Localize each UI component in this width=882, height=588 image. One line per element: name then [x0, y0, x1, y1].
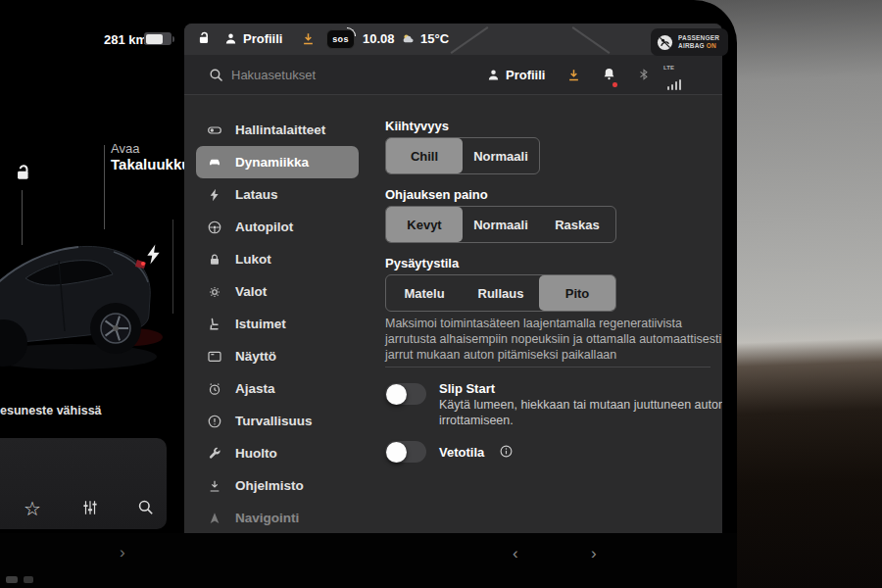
sidebar-label: Istuimet: [235, 317, 286, 331]
wrench-icon: [207, 446, 222, 462]
profile-button[interactable]: Profiili: [243, 31, 282, 46]
favorites-star-icon[interactable]: ☆: [24, 497, 41, 520]
sidebar-item-lataus[interactable]: Lataus: [196, 178, 359, 211]
option-matelu[interactable]: Matelu: [386, 275, 463, 311]
option-pito[interactable]: Pito: [539, 275, 615, 311]
toggle-knob: [386, 442, 407, 463]
open-trunk-button[interactable]: Avaa Takaluukku: [111, 141, 190, 172]
notification-dot: [612, 82, 617, 87]
traction-mode-toggle[interactable]: [385, 441, 426, 463]
car-rendering: [0, 227, 169, 374]
bluetooth-icon[interactable]: [637, 67, 651, 82]
trunk-action-word1: Avaa: [111, 141, 190, 156]
airbag-state: ON: [707, 42, 716, 49]
alert-circle-icon: [207, 414, 222, 429]
acceleration-segmented-control: Chill Normaali: [385, 137, 540, 174]
battery-icon: [144, 32, 172, 45]
leader-line-chargeport: [172, 220, 173, 314]
airbag-icon: [657, 34, 673, 51]
unlock-status-icon[interactable]: [196, 30, 213, 47]
sidebar-item-ajasta[interactable]: Ajasta: [196, 372, 359, 405]
unlock-icon[interactable]: [13, 163, 34, 184]
sidebar-label: Lukot: [235, 252, 271, 267]
status-glyph: [6, 576, 18, 583]
panel-status-bar: Profiili sos 10.08 15°C: [184, 24, 722, 55]
sidebar-item-dynamiikka[interactable]: Dynamiikka: [196, 146, 359, 178]
sidebar-label: Huolto: [235, 446, 277, 461]
leader-line-trunk: [104, 145, 105, 229]
sidebar-item-istuimet[interactable]: Istuimet: [196, 308, 359, 340]
option-rullaus[interactable]: Rullaus: [463, 275, 539, 311]
steering-segmented-control: Kevyt Normaali Raskas: [385, 206, 616, 243]
clock: 10.08: [363, 31, 395, 46]
profile-person-icon[interactable]: [486, 68, 501, 82]
traction-mode-label: Vetotila: [439, 445, 484, 460]
sidebar-item-ohjelmisto[interactable]: Ohjelmisto: [196, 469, 359, 502]
leader-line-lock: [22, 190, 23, 245]
media-previous-icon[interactable]: ‹: [513, 544, 518, 564]
network-type-label: LTE: [663, 65, 674, 71]
touchscreen: 281 km: [0, 0, 737, 588]
sidebar-label: Valot: [235, 284, 267, 299]
download-icon: [207, 478, 222, 494]
section-label-steering: Ohjauksen paino: [385, 187, 488, 202]
sidebar-item-huolto[interactable]: Huolto: [196, 437, 359, 469]
sidebar-label: Näyttö: [235, 349, 276, 364]
toggle-knob: [386, 384, 407, 405]
search-icon[interactable]: [136, 498, 155, 516]
profile-person-icon[interactable]: [223, 31, 238, 46]
slip-start-description: Käytä lumeen, hiekkaan tai mutaan juuttu…: [439, 397, 722, 428]
slip-start-toggle[interactable]: [385, 383, 426, 405]
sidebar-item-lukot[interactable]: Lukot: [196, 243, 359, 275]
option-raskas[interactable]: Raskas: [539, 207, 615, 242]
media-next-icon[interactable]: ›: [591, 544, 597, 564]
nav-arrow-icon: [207, 511, 222, 526]
steering-wheel-icon: [207, 220, 222, 235]
alarm-clock-icon: [207, 381, 222, 397]
software-update-icon[interactable]: [301, 31, 316, 46]
section-label-stopping-mode: Pysäytystila: [385, 256, 459, 270]
option-normaali[interactable]: Normaali: [463, 138, 539, 173]
airbag-line2: AIRBAG: [678, 42, 705, 49]
lock-icon: [207, 252, 222, 268]
sidebar-item-hallintalaitteet[interactable]: Hallintalaitteet: [196, 114, 359, 146]
settings-search-input[interactable]: [231, 63, 476, 86]
passenger-airbag-badge: PASSENGER AIRBAG ON: [651, 28, 728, 56]
outside-temperature[interactable]: 15°C: [420, 31, 449, 46]
car-pillar-line-left: [451, 26, 489, 54]
sidebar-item-navigointi[interactable]: Navigointi: [196, 502, 359, 533]
option-kevyt[interactable]: Kevyt: [386, 207, 463, 242]
airbag-line1: PASSENGER: [678, 34, 719, 41]
settings-search-row: Profiili LTE: [184, 55, 722, 95]
expand-chevron-icon[interactable]: ›: [120, 543, 125, 563]
sidebar-label: Hallintalaitteet: [235, 122, 325, 137]
car-icon: [207, 155, 222, 171]
option-chill[interactable]: Chill: [386, 138, 463, 173]
seat-icon: [207, 317, 222, 332]
display-icon: [207, 349, 222, 365]
profile-button[interactable]: Profiili: [506, 68, 545, 82]
sidebar-label: Ohjelmisto: [235, 478, 304, 493]
washer-fluid-warning: esuneste vähissä: [0, 404, 102, 417]
battery-range: 281 km: [104, 30, 147, 48]
quick-controls-card: ☆: [0, 438, 167, 529]
lightning-icon: [207, 187, 222, 203]
sidebar-label: Ajasta: [235, 381, 275, 396]
car-pillar-line-right: [572, 26, 611, 54]
sidebar-item-autopilot[interactable]: Autopilot: [196, 211, 359, 243]
notifications-bell-icon[interactable]: [602, 67, 616, 81]
equalizer-icon[interactable]: [81, 499, 99, 516]
sidebar-item-valot[interactable]: Valot: [196, 275, 359, 308]
sidebar-item-naytto[interactable]: Näyttö: [196, 340, 359, 372]
info-icon[interactable]: [499, 444, 514, 459]
trunk-action-word2: Takaluukku: [111, 156, 190, 172]
sos-badge[interactable]: sos: [326, 29, 355, 49]
search-icon: [208, 67, 224, 83]
charge-port-icon[interactable]: [146, 244, 161, 265]
status-glyph: [24, 576, 33, 583]
slip-start-label: Slip Start: [439, 381, 495, 396]
option-normaali[interactable]: Normaali: [463, 207, 539, 242]
sidebar-item-turvallisuus[interactable]: Turvallisuus: [196, 405, 359, 437]
software-update-icon[interactable]: [566, 68, 581, 82]
app-dock: 0.0 › •••: [0, 533, 737, 588]
